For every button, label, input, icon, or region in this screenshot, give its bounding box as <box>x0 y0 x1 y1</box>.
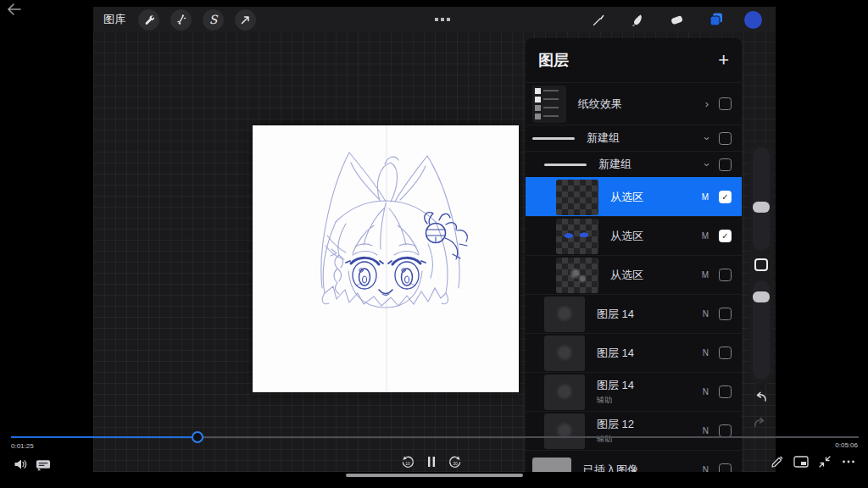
wrench-icon[interactable] <box>138 9 159 30</box>
layers-panel-title: 图层 <box>538 50 569 70</box>
layer-name: 图层 12 <box>597 417 703 432</box>
undo-button[interactable] <box>753 390 770 405</box>
video-content: 图库 S <box>93 0 776 472</box>
layer-visibility-checkbox[interactable]: ✓ <box>719 191 732 203</box>
gallery-button[interactable]: 图库 <box>103 12 126 27</box>
layer-thumbnail <box>544 164 587 166</box>
layer-visibility-checkbox[interactable] <box>719 385 732 398</box>
pause-icon[interactable] <box>424 454 439 469</box>
home-indicator[interactable] <box>346 474 523 477</box>
timeline-scrubber-handle[interactable] <box>192 431 203 443</box>
brush-size-slider[interactable] <box>753 147 770 251</box>
layer-row[interactable]: 新建组› <box>526 125 742 151</box>
layer-name: 从选区 <box>610 190 702 205</box>
blend-mode-badge[interactable]: N <box>703 387 709 396</box>
layer-name: 图层 14 <box>597 307 703 322</box>
layer-visibility-checkbox[interactable] <box>719 158 732 171</box>
blend-mode-badge[interactable]: M <box>702 192 709 202</box>
chibi-fox-girl-sketch <box>253 125 519 392</box>
svg-text:10: 10 <box>405 461 410 466</box>
timeline-progress[interactable] <box>11 436 192 438</box>
blend-mode-badge[interactable]: N <box>703 465 709 472</box>
smudge-icon[interactable] <box>627 9 648 30</box>
layer-name: 新建组 <box>598 157 705 172</box>
layer-thumbnail <box>556 219 598 254</box>
picture-in-picture-icon[interactable] <box>793 454 809 469</box>
layer-thumbnail <box>544 374 585 410</box>
color-swatch[interactable] <box>744 11 762 29</box>
danmaku-toggle-icon[interactable] <box>36 458 51 473</box>
pencil-icon[interactable] <box>770 454 785 469</box>
layer-thumbnail <box>544 336 585 371</box>
layer-row[interactable]: 新建组› <box>526 151 742 177</box>
layer-name: 纸纹效果 <box>578 97 705 112</box>
layer-name: 新建组 <box>587 130 705 146</box>
more-options-icon[interactable] <box>841 454 856 469</box>
layer-subtitle: 辅助 <box>597 395 703 406</box>
layer-thumbnail <box>532 86 566 123</box>
selection-s-icon[interactable]: S <box>203 9 224 30</box>
blend-mode-badge[interactable]: N <box>703 309 709 319</box>
layer-row[interactable]: 已插入图像N <box>526 450 742 472</box>
layer-visibility-checkbox[interactable] <box>719 308 732 320</box>
layer-row[interactable]: 从选区M <box>526 255 742 294</box>
eraser-icon[interactable] <box>666 9 687 30</box>
chevron-right-icon[interactable]: › <box>705 97 709 110</box>
layer-visibility-checkbox[interactable] <box>719 269 732 281</box>
layer-visibility-checkbox[interactable] <box>719 347 732 359</box>
layer-row[interactable]: 从选区M✓ <box>526 177 742 216</box>
back-arrow-icon[interactable] <box>7 3 25 19</box>
timeline-remaining[interactable] <box>203 436 859 438</box>
redo-button[interactable] <box>753 415 770 430</box>
opacity-handle[interactable] <box>753 291 770 302</box>
layer-visibility-checkbox[interactable] <box>719 463 732 472</box>
volume-icon[interactable] <box>13 457 28 472</box>
procreate-toolbar: 图库 S <box>93 7 776 32</box>
layer-thumbnail <box>532 458 571 473</box>
layer-name: 已插入图像 <box>583 463 703 473</box>
layer-row[interactable]: 图层 12辅助N <box>526 411 742 450</box>
blend-mode-badge[interactable]: M <box>702 270 709 280</box>
layer-thumbnail <box>544 297 585 332</box>
duration-label: 0:05:06 <box>835 441 858 449</box>
layer-name: 图层 14 <box>597 346 703 361</box>
current-time-label: 0:01:25 <box>11 442 34 450</box>
layer-thumbnail <box>556 180 598 215</box>
layer-row[interactable]: 从选区M✓ <box>526 216 742 255</box>
layer-visibility-checkbox[interactable] <box>719 97 732 110</box>
layer-subtitle: 辅助 <box>597 434 703 445</box>
blend-mode-badge[interactable]: N <box>703 348 709 358</box>
brush-icon[interactable] <box>588 9 609 30</box>
chevron-down-icon[interactable]: › <box>700 163 713 166</box>
chevron-down-icon[interactable]: › <box>700 136 713 140</box>
layers-icon[interactable] <box>705 9 726 30</box>
layer-visibility-checkbox[interactable] <box>719 132 732 145</box>
layer-row[interactable]: 图层 14N <box>526 294 742 333</box>
blend-mode-badge[interactable]: N <box>703 426 709 435</box>
layers-panel-header: 图层 + <box>526 38 742 82</box>
layer-thumbnail <box>556 258 598 293</box>
blend-mode-badge[interactable]: M <box>702 231 709 241</box>
exit-fullscreen-icon[interactable] <box>817 454 832 469</box>
layer-name: 从选区 <box>610 268 702 283</box>
rewind-10-icon[interactable]: 10 <box>400 454 415 469</box>
layer-name: 图层 14 <box>597 378 703 393</box>
layer-thumbnail <box>532 137 575 140</box>
drawing-canvas[interactable] <box>253 125 519 392</box>
layer-name: 从选区 <box>610 229 702 244</box>
three-dots-icon[interactable] <box>426 7 459 32</box>
side-control-bar <box>749 142 773 385</box>
add-layer-button[interactable]: + <box>718 51 729 69</box>
layer-visibility-checkbox[interactable] <box>719 424 732 437</box>
layers-panel: 图层 + 纸纹效果›新建组›新建组›从选区M✓从选区M✓从选区M图层 14N图层… <box>526 38 742 472</box>
brush-size-handle[interactable] <box>753 202 770 213</box>
layer-thumbnail <box>544 413 585 449</box>
layer-visibility-checkbox[interactable]: ✓ <box>719 230 732 242</box>
layer-row[interactable]: 纸纹效果› <box>526 82 742 125</box>
forward-30-icon[interactable]: 30 <box>448 454 463 469</box>
adjustments-icon[interactable] <box>170 9 192 30</box>
modify-button[interactable] <box>754 258 768 271</box>
transform-arrow-icon[interactable] <box>235 9 256 30</box>
layer-row[interactable]: 图层 14N <box>526 333 742 372</box>
layer-row[interactable]: 图层 14辅助N <box>526 372 742 411</box>
